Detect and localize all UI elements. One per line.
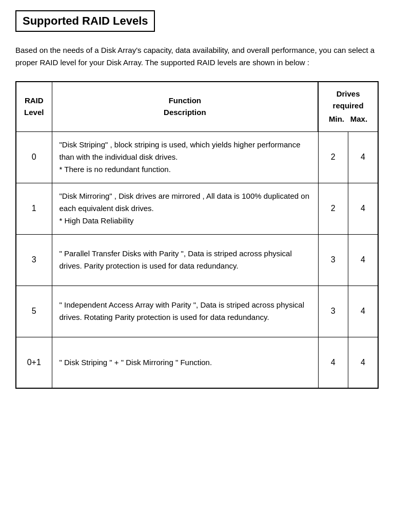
cell-raid-level: 0+1 — [16, 337, 52, 388]
header-max: Max. — [350, 113, 367, 125]
cell-drives-max: 4 — [348, 131, 378, 183]
cell-function-description: "Disk Mirroring" , Disk drives are mirro… — [52, 183, 318, 234]
page-title: Supported RAID Levels — [15, 10, 155, 32]
table-row: 0"Disk Striping" , block striping is use… — [16, 131, 378, 183]
cell-drives-min: 2 — [318, 131, 348, 183]
table-row: 1"Disk Mirroring" , Disk drives are mirr… — [16, 183, 378, 234]
cell-raid-level: 1 — [16, 183, 52, 234]
cell-function-description: "Disk Striping" , block striping is used… — [52, 131, 318, 183]
cell-raid-level: 5 — [16, 286, 52, 337]
cell-drives-max: 4 — [348, 286, 378, 337]
cell-function-description: " Independent Access Array with Parity "… — [52, 286, 318, 337]
cell-function-description: " Parallel Transfer Disks with Parity ",… — [52, 234, 318, 286]
cell-drives-max: 4 — [348, 234, 378, 286]
cell-drives-min: 4 — [318, 337, 348, 388]
header-min: Min. — [329, 113, 344, 125]
table-row: 0+1" Disk Striping " + " Disk Mirroring … — [16, 337, 378, 388]
intro-paragraph: Based on the needs of a Disk Array's cap… — [15, 44, 379, 69]
cell-raid-level: 0 — [16, 131, 52, 183]
header-drives-required: Drives required Min. Max. — [318, 82, 378, 131]
table-row: 5" Independent Access Array with Parity … — [16, 286, 378, 337]
cell-drives-min: 2 — [318, 183, 348, 234]
cell-drives-max: 4 — [348, 183, 378, 234]
header-raid-level: RAIDLevel — [16, 82, 52, 131]
cell-raid-level: 3 — [16, 234, 52, 286]
header-function-description: FunctionDescription — [52, 82, 318, 131]
cell-function-description: " Disk Striping " + " Disk Mirroring " F… — [52, 337, 318, 388]
table-row: 3" Parallel Transfer Disks with Parity "… — [16, 234, 378, 286]
raid-levels-table: RAIDLevel FunctionDescription Drives req… — [15, 81, 379, 389]
cell-drives-max: 4 — [348, 337, 378, 388]
cell-drives-min: 3 — [318, 286, 348, 337]
cell-drives-min: 3 — [318, 234, 348, 286]
